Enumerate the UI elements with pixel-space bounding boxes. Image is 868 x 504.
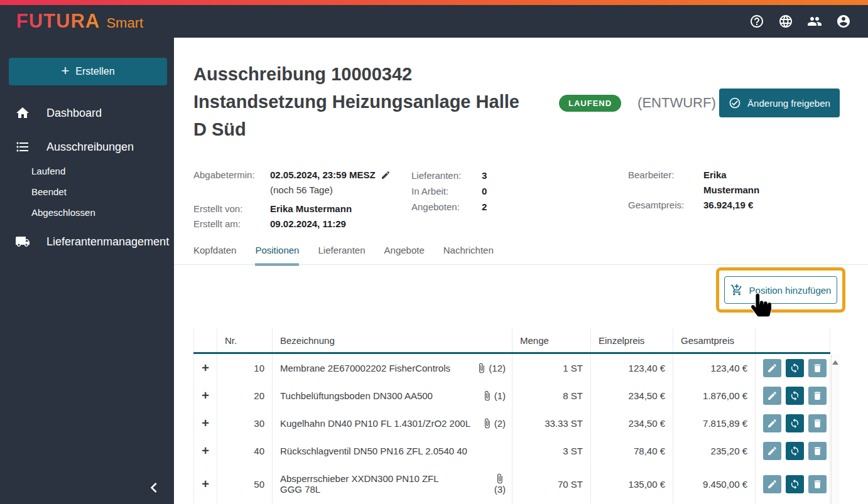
status-draft-label: (ENTWURF) [637, 95, 716, 111]
attachments-chip[interactable]: (1) [482, 390, 506, 401]
help-icon[interactable] [749, 13, 765, 29]
suppliers-label: Lieferanten: [411, 168, 482, 183]
expand-row-button[interactable]: + [193, 382, 217, 409]
sidebar-subnav: Laufend Beendet Abgeschlossen [0, 161, 174, 223]
expand-row-button[interactable]: + [193, 437, 217, 464]
edit-position-button[interactable] [763, 387, 781, 405]
sidebar-item-label: Lieferantenmanagement [46, 235, 169, 249]
list-icon [15, 139, 30, 154]
delete-position-button[interactable] [808, 475, 827, 493]
sidebar: + Erstellen Dashboard Ausschreibungen La… [0, 38, 174, 504]
meta-editor: Bearbeiter: Erika Mustermann Gesamtpreis… [628, 168, 759, 213]
language-globe-icon[interactable] [778, 13, 794, 29]
tab-nachrichten[interactable]: Nachrichten [443, 245, 494, 265]
refresh-icon [789, 418, 800, 429]
create-button[interactable]: + Erstellen [9, 58, 167, 85]
attachment-count: (1) [494, 390, 506, 401]
attachment-count: (2) [494, 418, 506, 429]
position-nr: 30 [217, 409, 273, 437]
position-nr: 50 [217, 464, 273, 503]
sidebar-item-abgeschlossen[interactable]: Abgeschlossen [31, 202, 174, 223]
brand-name: FUTURA [16, 10, 100, 33]
add-cart-icon [730, 284, 743, 296]
table-row: + 40 Rückschlagventil DN50 PN16 ZFL 2.05… [193, 437, 830, 464]
add-position-button[interactable]: Position hinzufügen [724, 276, 837, 304]
user-groups-icon[interactable] [806, 13, 823, 29]
in-progress-value: 0 [482, 183, 487, 199]
plus-icon: + [61, 64, 69, 78]
total-price-label: Gesamtpreis: [628, 198, 703, 213]
created-by-label: Erstellt von: [193, 201, 270, 217]
trash-icon [812, 418, 823, 429]
sidebar-item-label: Dashboard [46, 107, 102, 120]
refresh-position-button[interactable] [786, 442, 804, 460]
paperclip-icon [482, 418, 492, 429]
delete-position-button[interactable] [808, 387, 827, 405]
attachments-chip[interactable]: (12) [476, 363, 506, 373]
sidebar-item-dashboard[interactable]: Dashboard [0, 99, 174, 127]
trash-icon [812, 390, 823, 401]
sidebar-item-laufend[interactable]: Laufend [31, 161, 174, 181]
truck-icon [15, 234, 30, 249]
refresh-icon [789, 390, 800, 401]
edit-position-button[interactable] [763, 414, 781, 432]
annotation-highlight: Position hinzufügen [716, 267, 845, 313]
position-description: Kugelhahn DN40 PN10 FL 1.4301/ZrO2 200L [280, 418, 470, 429]
main-content: Ausschreibung 10000342 Instandsetzung He… [174, 38, 868, 504]
sidebar-item-ausschreibungen[interactable]: Ausschreibungen [0, 133, 174, 161]
table-scrollbar[interactable] [831, 355, 839, 504]
edit-position-button[interactable] [763, 442, 781, 460]
refresh-icon [789, 446, 800, 456]
expand-row-button[interactable]: + [193, 409, 217, 437]
refresh-position-button[interactable] [786, 475, 804, 493]
offers-label: Angeboten: [411, 199, 482, 215]
sidebar-collapse-button[interactable] [144, 478, 164, 498]
account-icon[interactable] [835, 13, 852, 29]
tab-kopfdaten[interactable]: Kopfdaten [193, 245, 236, 265]
tab-angebote[interactable]: Angebote [384, 245, 425, 265]
position-description: Absperrschieber XXDN300 PN10 ZFL GGG 78L [280, 473, 462, 495]
approve-change-button[interactable]: Änderung freigeben [719, 88, 840, 117]
meta-dates: Abgabetermin: 02.05.2024, 23:59 MESZ (no… [193, 168, 420, 232]
tab-positionen[interactable]: Positionen [255, 245, 299, 265]
header-einzelpreis: Einzelpreis [591, 328, 673, 352]
scroll-up-icon[interactable] [832, 360, 838, 365]
app-logo: FUTURA Smart [16, 10, 143, 33]
refresh-icon [789, 363, 800, 373]
expand-row-button[interactable]: + [193, 354, 217, 382]
suppliers-value: 3 [482, 168, 487, 183]
refresh-position-button[interactable] [786, 359, 804, 377]
table-header-row: Nr. Bezeichnung Menge Einzelpreis Gesamt… [193, 328, 830, 354]
position-description: Rückschlagventil DN50 PN16 ZFL 2.0540 40 [280, 446, 467, 456]
header-nr: Nr. [217, 328, 273, 352]
sidebar-item-beendet[interactable]: Beendet [31, 181, 174, 202]
chevron-left-icon [144, 478, 164, 498]
paperclip-icon [482, 390, 492, 401]
position-einzelpreis: 234,50 € [591, 409, 673, 437]
delete-position-button[interactable] [808, 414, 827, 432]
paperclip-icon [476, 363, 487, 373]
table-row: + 50 Absperrschieber XXDN300 PN10 ZFL GG… [193, 464, 830, 503]
edit-position-button[interactable] [763, 475, 781, 493]
attachments-chip[interactable]: (2) [482, 418, 506, 429]
edit-deadline-icon[interactable] [381, 170, 391, 180]
refresh-position-button[interactable] [786, 414, 804, 432]
position-einzelpreis: 135,00 € [591, 464, 673, 503]
created-by-value: Erika Mustermann [270, 201, 420, 217]
tab-lieferanten[interactable]: Lieferanten [318, 245, 365, 265]
delete-position-button[interactable] [808, 359, 827, 377]
pencil-icon [767, 418, 778, 429]
approve-change-label: Änderung freigeben [747, 98, 830, 109]
create-button-label: Erstellen [75, 66, 114, 77]
attachments-chip[interactable]: (3) [494, 473, 506, 495]
trash-icon [812, 479, 823, 490]
sidebar-item-lieferantenmanagement[interactable]: Lieferantenmanagement [0, 228, 174, 255]
position-menge: 1 ST [513, 354, 591, 382]
refresh-position-button[interactable] [786, 387, 804, 405]
status-badge: LAUFEND [559, 95, 621, 112]
add-position-label: Position hinzufügen [749, 285, 832, 296]
delete-position-button[interactable] [808, 442, 827, 460]
edit-position-button[interactable] [763, 359, 781, 377]
attachment-count: (3) [494, 484, 506, 495]
expand-row-button[interactable]: + [193, 464, 217, 503]
